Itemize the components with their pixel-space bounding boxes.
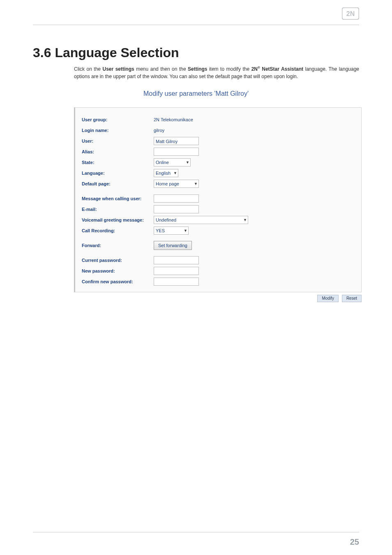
row-current-password: Current password: bbox=[82, 256, 355, 265]
row-call-recording: Call Recording: YES ▼ bbox=[82, 226, 355, 235]
row-user: User: Matt Gilroy bbox=[82, 136, 355, 146]
chevron-down-icon: ▼ bbox=[184, 229, 187, 233]
label-confirm-password: Confirm new password: bbox=[82, 279, 154, 284]
label-user-group: User group: bbox=[82, 117, 154, 122]
call-recording-select[interactable]: YES ▼ bbox=[154, 227, 189, 235]
default-page-select-value: Home page bbox=[156, 181, 179, 186]
confirm-password-field[interactable] bbox=[154, 278, 199, 286]
label-message-calling: Message when calling user: bbox=[82, 196, 154, 201]
svg-text:2N: 2N bbox=[346, 10, 355, 17]
chevron-down-icon: ▼ bbox=[186, 160, 189, 164]
current-password-field[interactable] bbox=[154, 256, 199, 264]
action-bar: Modify Reset bbox=[74, 295, 362, 302]
call-recording-value: YES bbox=[156, 228, 165, 233]
row-default-page: Default page: Home page ▼ bbox=[82, 179, 355, 188]
user-parameters-panel: User group: 2N Telekomunikace Login name… bbox=[74, 107, 362, 292]
footer-divider bbox=[33, 532, 359, 532]
row-confirm-password: Confirm new password: bbox=[82, 277, 355, 286]
panel-title: Modify user parameters 'Matt Gilroy' bbox=[33, 90, 359, 97]
label-current-password: Current password: bbox=[82, 258, 154, 263]
label-forward: Forward: bbox=[82, 243, 154, 248]
label-user: User: bbox=[82, 139, 154, 143]
row-forward: Forward: Set forwarding bbox=[82, 241, 355, 250]
label-language: Language: bbox=[82, 171, 154, 176]
chevron-down-icon: ▼ bbox=[243, 218, 247, 222]
row-alias: Alias: bbox=[82, 147, 355, 156]
voicemail-greeting-value: Undefined bbox=[156, 217, 176, 222]
chevron-down-icon: ▼ bbox=[173, 171, 177, 175]
row-message-calling: Message when calling user: bbox=[82, 194, 355, 203]
user-field[interactable]: Matt Gilroy bbox=[154, 137, 199, 145]
state-select[interactable]: Online ▼ bbox=[154, 158, 191, 166]
message-calling-field[interactable] bbox=[154, 194, 199, 203]
modify-button[interactable]: Modify bbox=[317, 295, 338, 302]
label-voicemail-greeting: Voicemail greeting message: bbox=[82, 217, 154, 222]
voicemail-greeting-select[interactable]: Undefined ▼ bbox=[154, 216, 248, 224]
row-email: E-mail: bbox=[82, 205, 355, 214]
language-select[interactable]: English ▼ bbox=[154, 169, 178, 177]
reset-button[interactable]: Reset bbox=[342, 295, 362, 302]
email-field[interactable] bbox=[154, 205, 199, 213]
label-new-password: New password: bbox=[82, 268, 154, 273]
state-select-value: Online bbox=[156, 160, 169, 165]
row-user-group: User group: 2N Telekomunikace bbox=[82, 115, 355, 124]
row-login-name: Login name: gilroy bbox=[82, 126, 355, 135]
row-state: State: Online ▼ bbox=[82, 158, 355, 167]
label-call-recording: Call Recording: bbox=[82, 228, 154, 233]
label-login-name: Login name: bbox=[82, 128, 154, 133]
new-password-field[interactable] bbox=[154, 267, 199, 275]
row-language: Language: English ▼ bbox=[82, 169, 355, 178]
default-page-select[interactable]: Home page ▼ bbox=[154, 180, 199, 188]
alias-field[interactable] bbox=[154, 148, 199, 156]
page-number: 25 bbox=[350, 537, 359, 547]
label-alias: Alias: bbox=[82, 149, 154, 154]
chevron-down-icon: ▼ bbox=[194, 182, 198, 186]
row-voicemail-greeting: Voicemail greeting message: Undefined ▼ bbox=[82, 215, 355, 224]
label-default-page: Default page: bbox=[82, 181, 154, 186]
row-new-password: New password: bbox=[82, 266, 355, 275]
header-divider bbox=[33, 25, 359, 25]
page-title: 3.6 Language Selection bbox=[33, 45, 359, 60]
brand-logo: 2N bbox=[342, 7, 359, 20]
value-user-group: 2N Telekomunikace bbox=[154, 117, 193, 122]
value-login-name: gilroy bbox=[154, 128, 164, 133]
intro-paragraph: Click on the User settings menu and then… bbox=[74, 65, 359, 80]
language-select-value: English bbox=[156, 171, 171, 176]
label-state: State: bbox=[82, 160, 154, 165]
set-forwarding-button[interactable]: Set forwarding bbox=[154, 241, 192, 250]
label-email: E-mail: bbox=[82, 207, 154, 212]
